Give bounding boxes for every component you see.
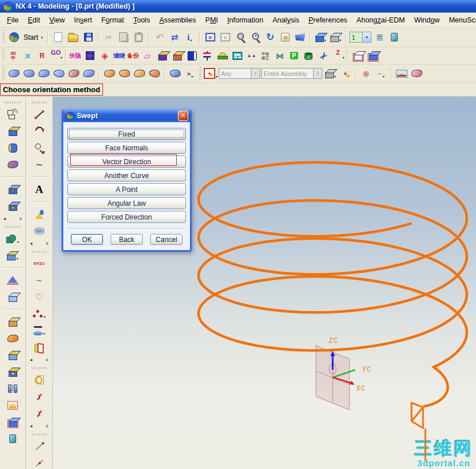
- mountain-button[interactable]: ▲▲: [245, 49, 258, 63]
- rotate-view-button[interactable]: ↻: [263, 31, 277, 44]
- menu-item-ahongzai-edm[interactable]: Ahongzai-EDM: [352, 15, 409, 25]
- chevron-down-icon[interactable]: ▾: [251, 69, 260, 78]
- circle-button[interactable]: [32, 141, 46, 155]
- copy-button[interactable]: [117, 31, 131, 44]
- zoom-in-out-button[interactable]: +: [248, 31, 262, 44]
- boundary-button[interactable]: ♡: [32, 290, 46, 304]
- edit-line-button[interactable]: [32, 440, 46, 453]
- menu-item-preferences[interactable]: Preferences: [304, 15, 352, 25]
- back-button[interactable]: Back: [111, 234, 143, 245]
- menu-item-pmi[interactable]: PMI: [201, 15, 223, 25]
- toolbar-grip[interactable]: [2, 67, 5, 80]
- offset-surface-button[interactable]: [132, 67, 146, 81]
- csys-axes-button[interactable]: [317, 49, 330, 63]
- cancel-button[interactable]: Cancel: [150, 234, 182, 245]
- point-set-button[interactable]: [32, 207, 46, 221]
- thicken-button[interactable]: [6, 349, 20, 362]
- chevron-down-icon[interactable]: ▾: [44, 315, 45, 321]
- edit-line2-button[interactable]: [32, 456, 46, 469]
- menu-item-insert[interactable]: Insert: [70, 15, 97, 25]
- line-button[interactable]: [32, 108, 46, 122]
- backup-button[interactable]: 备份: [127, 49, 139, 63]
- tube-button[interactable]: [117, 67, 131, 81]
- panel-button[interactable]: [230, 49, 244, 63]
- dialog-button-fixed[interactable]: Fixed: [67, 128, 186, 140]
- toolbar-grip[interactable]: [2, 50, 5, 62]
- alert-button[interactable]: [215, 49, 229, 63]
- start-menu-button[interactable]: Start▾: [22, 33, 44, 41]
- edge-tool-button[interactable]: [410, 67, 424, 81]
- swept-button[interactable]: [67, 67, 81, 81]
- sketch-constraint-button[interactable]: ⨯: [21, 49, 35, 63]
- extrude-button[interactable]: [6, 124, 20, 138]
- dialog-button-another-curve[interactable]: Another Curve: [67, 169, 186, 181]
- parallelogram-button[interactable]: ▱: [140, 49, 154, 63]
- sew-button[interactable]: [6, 382, 20, 396]
- purple-cube-button[interactable]: [155, 49, 169, 63]
- fit-view-button[interactable]: ×: [203, 31, 217, 44]
- snap-point-button[interactable]: ⊕: [359, 67, 373, 81]
- through-curves-button[interactable]: [22, 67, 36, 81]
- trimmed-sheet-button[interactable]: [147, 67, 161, 81]
- toolbar-nav[interactable]: ◂»: [30, 240, 48, 247]
- display-mode-button[interactable]: ▾: [329, 31, 342, 44]
- toolbar-grip[interactable]: [199, 67, 201, 80]
- menu-item-view[interactable]: View: [45, 15, 70, 25]
- toolbar-grip[interactable]: [2, 30, 5, 44]
- trim-body-button[interactable]: ▾: [6, 249, 20, 263]
- extract-curve-button[interactable]: [32, 373, 46, 387]
- chevron-down-icon[interactable]: ▾: [17, 240, 19, 246]
- z-axis-button[interactable]: Z▾: [332, 49, 344, 63]
- chevron-down-icon[interactable]: ▾: [190, 38, 192, 44]
- save-button[interactable]: [81, 31, 95, 44]
- pyramid-button[interactable]: [6, 274, 20, 288]
- blend-button[interactable]: [6, 290, 20, 304]
- general-filter-button[interactable]: +: [338, 67, 352, 81]
- undo-button[interactable]: ↶: [153, 31, 166, 44]
- toolbar-grip[interactable]: [32, 367, 47, 369]
- layer-settings-button[interactable]: ≣: [372, 31, 386, 44]
- open-button[interactable]: [66, 31, 80, 44]
- cut-cube-button[interactable]: [6, 365, 20, 379]
- menu-item-edit[interactable]: Edit: [23, 15, 45, 25]
- paste-button[interactable]: [132, 31, 146, 44]
- sheet-body-button[interactable]: [6, 432, 20, 446]
- reorient-button[interactable]: R: [36, 49, 48, 63]
- chevron-down-icon[interactable]: ▾: [191, 74, 193, 81]
- helix-button[interactable]: [32, 224, 46, 238]
- hatch-cube-button[interactable]: [170, 49, 184, 63]
- unite-button[interactable]: ▾: [6, 232, 20, 246]
- ruled-surface-button[interactable]: [7, 67, 21, 81]
- green-pot-button[interactable]: [302, 49, 315, 63]
- section-surface-button[interactable]: [82, 67, 96, 81]
- solid-cube-button[interactable]: [366, 49, 380, 63]
- work-layer-combo[interactable]: 1▾: [349, 32, 371, 43]
- select-part-button[interactable]: ▾: [323, 67, 337, 81]
- swept-surface-button[interactable]: [6, 158, 20, 172]
- spline-button[interactable]: ~: [32, 158, 46, 172]
- sheet-button[interactable]: [6, 332, 20, 346]
- chevron-down-icon[interactable]: ▾: [313, 69, 322, 78]
- new-button[interactable]: [51, 31, 65, 44]
- cut-button[interactable]: ✂: [102, 31, 116, 44]
- selection-filter-button[interactable]: +▾: [204, 67, 218, 81]
- wireframe-cube-button[interactable]: [351, 49, 365, 63]
- flag-button[interactable]: [200, 49, 214, 63]
- section-profile[interactable]: [412, 403, 423, 428]
- menu-item-information[interactable]: Information: [223, 15, 268, 25]
- chevron-down-icon[interactable]: ▾: [362, 32, 371, 42]
- sketch-button[interactable]: ✎: [6, 108, 20, 122]
- green-p-button[interactable]: P: [288, 49, 300, 63]
- chevron-down-icon[interactable]: ▾: [216, 74, 218, 81]
- quick-hide-button[interactable]: 快隐: [69, 49, 82, 63]
- toolbar-grip[interactable]: [5, 101, 20, 104]
- chevron-down-icon[interactable]: ▾: [334, 74, 336, 81]
- menu-item-assemblies[interactable]: Assemblies: [155, 15, 201, 25]
- chevron-down-icon[interactable]: ▾: [340, 38, 341, 44]
- type-filter-combo[interactable]: Any▾: [219, 68, 260, 79]
- toolbar-grip[interactable]: [32, 433, 47, 436]
- dialog-button-face-normals[interactable]: Face Normals: [67, 142, 186, 154]
- pan-button[interactable]: [278, 31, 292, 44]
- show-eye-button[interactable]: ◈: [98, 49, 112, 63]
- mirror-button[interactable]: [32, 341, 46, 354]
